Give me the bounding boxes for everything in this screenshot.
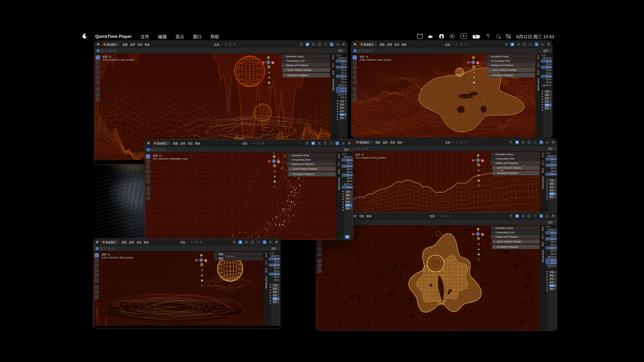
properties-tab-icon[interactable] bbox=[546, 187, 548, 189]
sidebar-tab-0[interactable]: 条目 bbox=[265, 253, 268, 257]
checkbox-icon[interactable] bbox=[271, 255, 273, 257]
tool-button-1[interactable] bbox=[353, 60, 357, 65]
viewport-3d[interactable]: 帧率: 24(256) Collection | fluid_surface⊕◈… bbox=[352, 54, 536, 137]
eye-visibility-icon[interactable] bbox=[546, 57, 549, 59]
outliner-row[interactable] bbox=[341, 174, 353, 177]
camera-render-icon[interactable] bbox=[350, 157, 352, 158]
properties-tab-icon[interactable] bbox=[542, 101, 543, 103]
tool-option-icon[interactable] bbox=[113, 49, 116, 52]
pivot-icon[interactable]: ▾ bbox=[504, 43, 508, 46]
sidebar-tab-3[interactable]: FLIP Fluids bbox=[265, 276, 267, 289]
checkbox-icon[interactable] bbox=[543, 75, 545, 77]
properties-tab-icon[interactable] bbox=[546, 285, 548, 286]
tool-button-5[interactable] bbox=[317, 252, 322, 256]
camera-render-icon[interactable] bbox=[549, 70, 551, 71]
camera-render-icon[interactable] bbox=[277, 261, 279, 263]
eye-visibility-icon[interactable] bbox=[551, 259, 553, 261]
eye-visibility-icon[interactable] bbox=[551, 262, 553, 264]
outliner-row[interactable] bbox=[545, 249, 557, 252]
eye-visibility-icon[interactable] bbox=[551, 235, 553, 237]
shading-solid-icon[interactable]: ◔ bbox=[329, 141, 333, 145]
panel-row[interactable]: ▸Simulation Playback: bbox=[487, 73, 535, 77]
orientation-label[interactable]: 全局 bbox=[214, 43, 219, 46]
tool-button-0[interactable] bbox=[146, 154, 150, 159]
shading-render-icon[interactable]: ◕ bbox=[541, 43, 544, 46]
eye-visibility-icon[interactable] bbox=[546, 75, 549, 77]
shading-wireframe-icon[interactable]: ◯ bbox=[323, 141, 327, 145]
proportional-edit-icon[interactable]: ◯ bbox=[445, 215, 447, 217]
outliner-row[interactable] bbox=[336, 60, 347, 63]
snap-toggle-icon[interactable]: ◉ bbox=[311, 141, 315, 145]
properties-tab-icon[interactable] bbox=[546, 287, 548, 289]
shading-solid-icon[interactable]: ◔ bbox=[529, 43, 532, 46]
filter-icon[interactable] bbox=[336, 54, 338, 56]
tool-button-7[interactable] bbox=[96, 92, 100, 97]
header-menu-2[interactable]: 添加 bbox=[359, 214, 364, 218]
header-menu-2[interactable]: 添加 bbox=[394, 43, 399, 46]
shading-material-icon[interactable]: ◑ bbox=[335, 141, 339, 145]
orientation-label[interactable]: 全局 bbox=[180, 240, 185, 244]
eye-visibility-icon[interactable] bbox=[551, 253, 553, 255]
outliner-row[interactable] bbox=[336, 66, 347, 69]
tool-button-3[interactable] bbox=[96, 70, 100, 75]
eye-visibility-icon[interactable] bbox=[551, 247, 553, 249]
outliner-row[interactable] bbox=[341, 186, 353, 189]
gizmo-toggle-icon[interactable]: ◎ bbox=[312, 43, 315, 46]
camera-render-icon[interactable] bbox=[277, 280, 279, 281]
tool-button-6[interactable] bbox=[353, 87, 357, 92]
pan-hand-icon[interactable]: ◈ bbox=[473, 76, 475, 79]
navigation-gizmo[interactable] bbox=[472, 154, 483, 166]
camera-render-icon[interactable] bbox=[277, 258, 279, 260]
editor-type-icon[interactable]: ▦ bbox=[96, 43, 100, 46]
eye-visibility-icon[interactable] bbox=[551, 173, 553, 175]
tool-button-8[interactable] bbox=[353, 97, 357, 102]
sidebar-tab-0[interactable]: 条目 bbox=[541, 153, 544, 157]
pan-hand-icon[interactable]: ◈ bbox=[268, 76, 270, 79]
overlay-icon[interactable]: ⊞ bbox=[551, 214, 555, 218]
sidebar-tab-2[interactable]: 视图 bbox=[541, 242, 544, 246]
panel-row[interactable]: ›Simulation Setup bbox=[491, 226, 540, 230]
tool-button-6[interactable] bbox=[146, 186, 150, 190]
shading-render-icon[interactable]: ◕ bbox=[336, 43, 339, 46]
sidebar-tab-2[interactable]: 视图 bbox=[332, 70, 335, 75]
checkbox-icon[interactable] bbox=[543, 84, 545, 86]
tool-button-2[interactable] bbox=[96, 65, 100, 70]
falloff-icon[interactable]: ∂ bbox=[234, 43, 235, 46]
sidebar-tab-0[interactable]: 条目 bbox=[537, 55, 540, 59]
properties-tab-icon[interactable] bbox=[542, 107, 543, 108]
panel-row[interactable]: ˅Display and Playback bbox=[486, 63, 535, 67]
camera-render-icon[interactable] bbox=[554, 259, 556, 261]
properties-tab-icon[interactable] bbox=[337, 100, 338, 102]
sidebar-tab-2[interactable]: 视图 bbox=[337, 169, 340, 174]
checkbox-icon[interactable] bbox=[344, 165, 346, 167]
header-menu-2[interactable]: 添加 bbox=[390, 140, 395, 144]
tool-button-0[interactable] bbox=[95, 253, 99, 257]
options-dropdown[interactable]: 选项 bbox=[338, 49, 343, 52]
outliner-row[interactable] bbox=[269, 266, 280, 269]
battery-charging-icon[interactable]: ϟ bbox=[473, 35, 480, 39]
panel-row[interactable]: ˅Display and Playback bbox=[491, 235, 540, 239]
viewport-3d[interactable]: 帧率: 24(97) Collection | whitewater_foam⊕… bbox=[145, 153, 336, 240]
outliner-row[interactable] bbox=[341, 165, 353, 168]
physics-button-5[interactable]: 刚体 bbox=[272, 301, 279, 304]
outliner-row[interactable] bbox=[336, 69, 347, 72]
outliner-row[interactable] bbox=[336, 72, 347, 75]
blender-window-3[interactable]: ▦物体模式˅视图选择添加物体全局˅∪◯∂▾◉◎◯◔◑◕⊞选项˅帧率: 24(97… bbox=[145, 140, 353, 240]
camera-render-icon[interactable] bbox=[344, 88, 346, 89]
magnet-snap-icon[interactable]: ∪ bbox=[191, 241, 193, 243]
panel-row[interactable]: ▸Quick Viewport Display: bbox=[282, 68, 330, 72]
overlay-icon[interactable]: ⊞ bbox=[547, 43, 550, 46]
sidebar-tab-3[interactable]: FLIP Fluids bbox=[542, 250, 544, 263]
blender-window-5[interactable]: ▦物体模式˅视图选择添加物体全局˅∪◯∂▾◉◎◯◔◑◕⊞选项˅帧率: 24(14… bbox=[94, 239, 280, 328]
outliner-row[interactable] bbox=[269, 276, 280, 279]
checkbox-icon[interactable] bbox=[338, 94, 340, 96]
filter-icon[interactable] bbox=[541, 54, 543, 56]
properties-tab-icon[interactable] bbox=[337, 114, 338, 115]
menu-view[interactable]: 显示 bbox=[175, 33, 184, 40]
shading-wireframe-icon[interactable]: ◯ bbox=[527, 214, 531, 218]
properties-tab-icon[interactable] bbox=[342, 199, 344, 200]
properties-tab-icon[interactable] bbox=[342, 196, 344, 197]
outliner-row[interactable] bbox=[269, 257, 280, 260]
lock-icon[interactable]: ◻ bbox=[473, 86, 475, 89]
panel-row[interactable]: ›Compositing Tools bbox=[491, 230, 540, 234]
